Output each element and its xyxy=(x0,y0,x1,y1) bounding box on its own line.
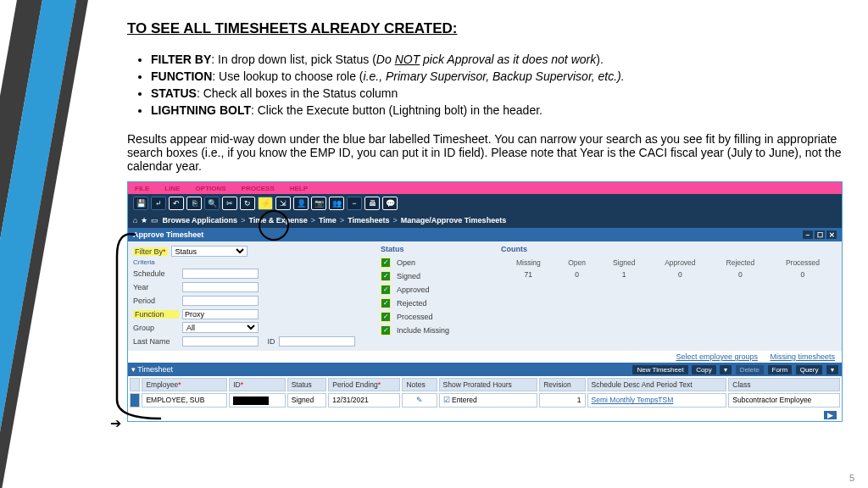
delete-button[interactable]: Delete xyxy=(736,365,764,374)
period-input[interactable] xyxy=(182,296,259,306)
function-label: Function xyxy=(133,310,179,319)
execute-button[interactable]: ⚡ xyxy=(258,197,273,210)
timesheet-arrow-annotation: ➔ xyxy=(110,415,121,431)
minus-icon[interactable]: − xyxy=(347,197,362,210)
cell-prorated[interactable]: ☑ Entered xyxy=(439,393,538,408)
id-input[interactable] xyxy=(279,336,355,347)
cell-revision: 1 xyxy=(539,393,585,408)
cell-class: Subcontractor Employee xyxy=(728,393,840,408)
group-label: Group xyxy=(133,324,179,332)
cell-id xyxy=(229,393,285,408)
print-icon[interactable]: 🖶 xyxy=(364,197,380,210)
criteria-subhead: Criteria xyxy=(133,258,362,266)
cell-employee: EMPLOYEE, SUB xyxy=(142,393,227,408)
menu-options[interactable]: OPTIONS xyxy=(196,185,226,192)
undo-icon[interactable]: ↶ xyxy=(169,197,184,210)
year-input[interactable] xyxy=(182,282,259,292)
timesheet-grid: Employee* ID* Status Period Ending* Note… xyxy=(128,376,842,409)
export-icon[interactable]: ⇲ xyxy=(275,197,291,210)
menubar: FILE LINE OPTIONS PROCESS HELP xyxy=(128,182,842,194)
scroll-right-icon[interactable]: ▶ xyxy=(824,411,837,419)
camera-icon[interactable]: 📷 xyxy=(311,197,326,210)
page-number: 5 xyxy=(849,473,854,483)
id-label: ID xyxy=(268,337,275,346)
status-include-missing[interactable]: ✓Include Missing xyxy=(381,324,482,336)
cut-icon[interactable]: ✂ xyxy=(222,197,237,210)
form-button[interactable]: Form xyxy=(768,365,793,374)
status-rejected[interactable]: ✓Rejected xyxy=(381,297,482,309)
instruction-list: FILTER BY: In drop down list, pick Statu… xyxy=(127,53,843,117)
missing-timesheets-link[interactable]: Missing timesheets xyxy=(770,352,835,361)
breadcrumb: ⌂ ★ ▭ Browse Applications> Time & Expens… xyxy=(128,213,842,228)
search-icon[interactable]: 🔍 xyxy=(204,197,220,210)
select-employee-groups-link[interactable]: Select employee groups xyxy=(676,352,758,361)
copy-button[interactable]: Copy xyxy=(692,365,716,374)
status-signed[interactable]: ✓Signed xyxy=(381,269,482,282)
cell-period: 12/31/2021 xyxy=(328,393,400,408)
home-icon[interactable]: ⌂ xyxy=(133,216,137,225)
filter-by-label: Filter By* xyxy=(133,247,168,256)
copy-dd[interactable]: ▾ xyxy=(720,365,732,374)
close-icon[interactable]: ✕ xyxy=(826,230,837,239)
menu-file[interactable]: FILE xyxy=(135,185,149,192)
query-dd[interactable]: ▾ xyxy=(826,365,838,374)
copy-icon[interactable]: ⎘ xyxy=(186,197,202,210)
group-select[interactable]: All xyxy=(182,322,259,333)
refresh-icon[interactable]: ↻ xyxy=(240,197,255,210)
panel-header: Approve Timesheet − ☐ ✕ xyxy=(128,228,842,241)
timesheet-bar: ▾ Timesheet New Timesheet Copy ▾ Delete … xyxy=(128,363,842,376)
save-icon[interactable]: 💾 xyxy=(133,197,148,210)
maximize-icon[interactable]: ☐ xyxy=(815,230,825,239)
book-icon[interactable]: ▭ xyxy=(151,216,159,225)
cell-notes[interactable]: ✎ xyxy=(402,393,437,408)
star-icon[interactable]: ★ xyxy=(141,216,147,225)
toolbar: 💾 ⤶ ↶ ⎘ 🔍 ✂ ↻ ⚡ ⇲ 👤 📷 👥 − 🖶 💬 xyxy=(128,194,842,213)
function-input[interactable] xyxy=(182,309,259,319)
status-header: Status xyxy=(381,245,482,253)
new-timesheet-button[interactable]: New Timesheet xyxy=(632,365,687,374)
schedule-label: Schedule xyxy=(133,269,179,278)
status-processed[interactable]: ✓Processed xyxy=(381,310,482,323)
year-label: Year xyxy=(133,283,179,291)
minimize-icon[interactable]: − xyxy=(803,230,813,239)
table-row[interactable]: EMPLOYEE, SUB Signed 12/31/2021 ✎ ☑ Ente… xyxy=(130,393,840,408)
cell-schedule[interactable]: Semi Monthly TempsTSM xyxy=(587,393,727,408)
person-icon[interactable]: 👤 xyxy=(293,197,309,210)
menu-help[interactable]: HELP xyxy=(290,185,308,192)
app-screenshot: FILE LINE OPTIONS PROCESS HELP 💾 ⤶ ↶ ⎘ 🔍… xyxy=(127,181,843,422)
menu-process[interactable]: PROCESS xyxy=(242,185,275,192)
page-title: TO SEE ALL TIMESHEETS ALREADY CREATED: xyxy=(127,20,843,37)
cell-status: Signed xyxy=(287,393,327,408)
lastname-input[interactable] xyxy=(182,336,259,347)
counts-header: Counts xyxy=(501,245,837,253)
folder-icon[interactable]: ⤶ xyxy=(151,197,166,210)
lastname-label: Last Name xyxy=(133,337,179,346)
menu-line[interactable]: LINE xyxy=(164,185,180,192)
group-icon[interactable]: 👥 xyxy=(329,197,344,210)
counts-table: MissingOpenSigned ApprovedRejectedProces… xyxy=(501,256,837,281)
period-label: Period xyxy=(133,297,179,305)
comment-icon[interactable]: 💬 xyxy=(382,197,398,210)
schedule-input[interactable] xyxy=(182,269,259,279)
query-button[interactable]: Query xyxy=(796,365,823,374)
paragraph: Results appear mid-way down under the bl… xyxy=(127,132,843,173)
filter-by-select[interactable]: Status xyxy=(171,246,248,257)
status-approved[interactable]: ✓Approved xyxy=(381,283,482,296)
status-open[interactable]: ✓Open xyxy=(381,256,482,269)
